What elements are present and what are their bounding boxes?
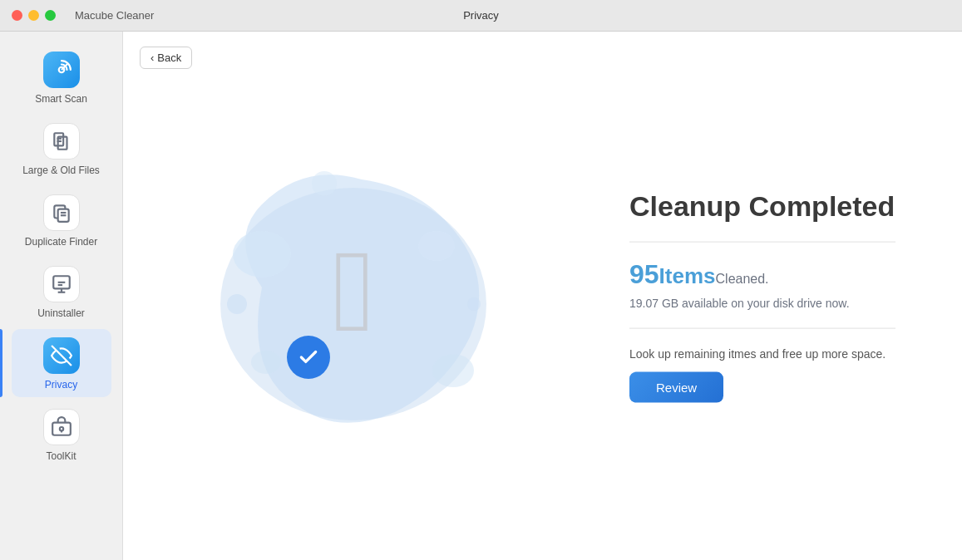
app-name: Macube Cleaner bbox=[75, 9, 154, 22]
eye-slash-icon bbox=[43, 337, 80, 374]
blob-container:  bbox=[179, 138, 528, 454]
disk-info: 19.07 GB available on your disk drive no… bbox=[629, 296, 895, 309]
sidebar: Smart Scan Large & Old Files bbox=[0, 32, 123, 560]
review-button[interactable]: Review bbox=[629, 371, 723, 402]
sidebar-item-uninstaller[interactable]: Uninstaller bbox=[12, 258, 111, 326]
sidebar-item-toolkit[interactable]: ToolKit bbox=[12, 400, 111, 469]
content-area: ‹ Back bbox=[123, 32, 962, 560]
sidebar-privacy-label: Privacy bbox=[45, 379, 77, 391]
items-count: 95 bbox=[629, 258, 659, 288]
sidebar-item-smart-scan[interactable]: Smart Scan bbox=[12, 43, 111, 111]
file-icon bbox=[43, 123, 80, 160]
title-bar: Macube Cleaner Privacy bbox=[0, 0, 962, 32]
back-button-label: Back bbox=[157, 52, 181, 64]
close-button[interactable] bbox=[12, 10, 22, 21]
minimize-button[interactable] bbox=[28, 10, 39, 21]
sidebar-toolkit-label: ToolKit bbox=[46, 450, 76, 462]
svg-point-23 bbox=[251, 351, 281, 374]
sidebar-item-large-old-files[interactable]: Large & Old Files bbox=[12, 115, 111, 183]
svg-point-25 bbox=[467, 297, 481, 311]
svg-rect-16 bbox=[52, 423, 71, 435]
svg-point-24 bbox=[227, 294, 247, 314]
sidebar-uninstaller-label: Uninstaller bbox=[37, 307, 85, 319]
radar-icon bbox=[43, 52, 80, 88]
back-chevron-icon: ‹ bbox=[150, 52, 154, 64]
sidebar-duplicate-finder-label: Duplicate Finder bbox=[25, 236, 97, 248]
window-title: Privacy bbox=[463, 9, 499, 22]
items-cleaned-text: Cleaned. bbox=[716, 271, 769, 285]
illustration-section:  bbox=[123, 32, 585, 560]
svg-point-21 bbox=[418, 231, 455, 261]
check-badge bbox=[287, 336, 330, 379]
main-container: Smart Scan Large & Old Files bbox=[0, 32, 962, 560]
sidebar-item-privacy[interactable]: Privacy bbox=[12, 329, 111, 397]
svg-point-26 bbox=[312, 171, 337, 196]
sidebar-large-old-files-label: Large & Old Files bbox=[22, 165, 100, 176]
sidebar-item-duplicate-finder[interactable]: Duplicate Finder bbox=[12, 186, 111, 254]
svg-point-20 bbox=[233, 231, 291, 278]
toolkit-icon bbox=[43, 409, 80, 445]
svg-point-22 bbox=[432, 354, 474, 387]
apple-logo-icon:  bbox=[333, 233, 375, 349]
maximize-button[interactable] bbox=[45, 10, 56, 21]
items-row: 95ItemsCleaned. bbox=[629, 258, 895, 289]
info-section: Cleanup Completed 95ItemsCleaned. 19.07 … bbox=[629, 189, 895, 403]
back-button[interactable]: ‹ Back bbox=[140, 47, 192, 69]
divider-top bbox=[629, 241, 895, 242]
cleanup-title: Cleanup Completed bbox=[629, 189, 895, 224]
sidebar-smart-scan-label: Smart Scan bbox=[35, 93, 87, 105]
duplicate-icon bbox=[43, 194, 80, 231]
svg-point-17 bbox=[59, 427, 62, 430]
traffic-lights bbox=[0, 10, 56, 21]
remaining-text: Look up remaining itmes and free up more… bbox=[629, 346, 895, 360]
uninstaller-icon bbox=[43, 266, 80, 302]
items-label: Items bbox=[659, 263, 716, 287]
divider-bottom bbox=[629, 327, 895, 328]
